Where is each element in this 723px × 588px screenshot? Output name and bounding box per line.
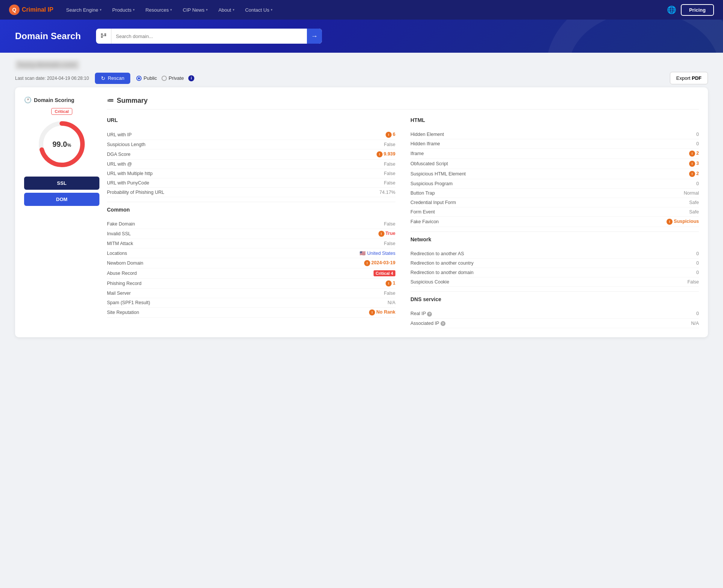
row-phishing-prob: Probability of Phishing URL 74.17%	[107, 188, 395, 197]
row-fake-favicon: Fake Favicon !Suspicious	[410, 217, 699, 227]
content: fuzzy.domain.com Last scan date: 2024-04…	[0, 53, 723, 345]
logo-text: Criminal IP	[22, 6, 53, 13]
chevron-down-icon: ▾	[100, 8, 102, 12]
row-url-punycode: URL with PunyCode False	[107, 178, 395, 188]
nav-search-engine[interactable]: Search Engine ▾	[61, 0, 107, 20]
warning-icon: !	[667, 219, 673, 225]
nav-right: 🌐 Pricing	[667, 4, 714, 16]
nav-cip-news[interactable]: CIP News ▾	[177, 0, 213, 20]
row-url-at: URL with @ False	[107, 160, 395, 169]
row-phishing-record: Phishing Record !1	[107, 279, 395, 289]
warning-icon: !	[689, 161, 695, 167]
logo[interactable]: Q Criminal IP	[9, 5, 53, 15]
row-real-ip: Real IP ? 0	[410, 309, 699, 319]
dns-section-label: DNS service	[410, 296, 699, 305]
chevron-down-icon: ▾	[133, 8, 135, 12]
nav-items: Search Engine ▾ Products ▾ Resources ▾ C…	[61, 0, 667, 20]
radio-public[interactable]: Public	[136, 75, 157, 81]
svg-rect-1	[101, 35, 104, 35]
globe-icon[interactable]: 🌐	[667, 5, 676, 14]
row-invalid-ssl: Invalid SSL !True	[107, 229, 395, 239]
svg-rect-4	[101, 37, 103, 38]
rescan-button[interactable]: ↻ Rescan	[95, 73, 130, 84]
svg-rect-2	[101, 36, 104, 36]
last-scan-date: Last scan date: 2024-04-19 06:28:10	[15, 76, 89, 81]
summary-columns: URL URL with IP !6 Suspicious Length Fal…	[107, 117, 699, 328]
nav-resources[interactable]: Resources ▾	[140, 0, 177, 20]
row-iframe: Iframe !2	[410, 149, 699, 159]
scoring-title: 🕐 Domain Scoring	[24, 96, 99, 104]
warning-icon: !	[689, 171, 695, 177]
row-mitm: MITM Attack False	[107, 239, 395, 248]
logo-icon: Q	[9, 5, 20, 15]
row-button-trap: Button Trap Normal	[410, 189, 699, 198]
navbar: Q Criminal IP Search Engine ▾ Products ▾…	[0, 0, 723, 20]
pricing-button[interactable]: Pricing	[681, 4, 714, 16]
row-redir-country: Redirection to another country 0	[410, 259, 699, 268]
nav-contact-us[interactable]: Contact Us ▾	[240, 0, 278, 20]
page-title: Domain Search	[15, 31, 81, 41]
row-url-with-ip: URL with IP !6	[107, 130, 395, 140]
row-obfuscated-script: Obfuscated Script !3	[410, 159, 699, 169]
gauge-chart: 99.0%	[35, 118, 88, 171]
chevron-down-icon: ▾	[170, 8, 172, 12]
row-site-reputation: Site Reputation !No Rank	[107, 308, 395, 318]
associated-ip-help-icon[interactable]: ?	[441, 321, 445, 326]
warning-icon: !	[386, 280, 392, 286]
row-suspicious-program: Suspicious Program 0	[410, 179, 699, 189]
visibility-radio-group: Public Private i	[136, 75, 194, 81]
dom-button[interactable]: DOM	[24, 193, 99, 206]
critical-value: Critical 4	[374, 270, 395, 276]
svg-rect-3	[104, 34, 106, 35]
ssl-button[interactable]: SSL	[24, 177, 99, 190]
row-locations: Locations 🇺🇸 United States	[107, 248, 395, 258]
nav-products[interactable]: Products ▾	[107, 0, 140, 20]
export-pdf-button[interactable]: Export PDF	[670, 72, 708, 84]
warning-icon: !	[377, 151, 383, 157]
search-submit-button[interactable]: →	[307, 29, 322, 44]
real-ip-help-icon[interactable]: ?	[427, 312, 432, 317]
row-credential-input: Credential Input Form Safe	[410, 198, 699, 207]
nav-about[interactable]: About ▾	[213, 0, 240, 20]
warning-icon: !	[689, 151, 695, 157]
left-panel: 🕐 Domain Scoring Critical 99.0% SSL DOM	[24, 96, 99, 328]
row-associated-ip: Associated IP ? N/A	[410, 319, 699, 329]
gauge-value: 99.0%	[52, 140, 71, 149]
common-section-label: Common	[107, 207, 395, 215]
warning-icon: !	[369, 309, 375, 315]
radio-dot-private	[162, 76, 167, 81]
row-hidden-element: Hidden Element 0	[410, 130, 699, 139]
warning-icon: !	[378, 231, 384, 237]
row-newborn-domain: Newborn Domain !2024-03-19	[107, 258, 395, 268]
row-abuse-record: Abuse Record Critical 4	[107, 268, 395, 279]
domain-info: fuzzy.domain.com Last scan date: 2024-04…	[15, 60, 708, 84]
row-form-event: Form Event Safe	[410, 207, 699, 217]
row-spam: Spam (SPF1 Result) N/A	[107, 298, 395, 308]
row-redir-as: Redirection to another AS 0	[410, 249, 699, 259]
network-section-label: Network	[410, 236, 699, 245]
search-icon	[96, 29, 111, 44]
critical-badge: Critical	[51, 108, 72, 115]
svg-rect-0	[101, 34, 103, 35]
row-url-multiple-http: URL with Multiple http False	[107, 169, 395, 178]
radio-dot-public	[136, 76, 142, 81]
info-icon[interactable]: i	[188, 75, 194, 81]
row-hidden-iframe: Hidden Iframe 0	[410, 139, 699, 149]
row-redir-domain: Redirection to another domain 0	[410, 268, 699, 277]
svg-rect-5	[104, 35, 106, 36]
search-input[interactable]	[111, 34, 307, 39]
summary-icon: ≔	[107, 96, 114, 105]
summary-right-col: HTML Hidden Element 0 Hidden Iframe 0 If…	[410, 117, 699, 328]
row-suspicious-cookie: Suspicious Cookie False	[410, 277, 699, 287]
summary-header: ≔ Summary	[107, 96, 699, 110]
row-fake-domain: Fake Domain False	[107, 219, 395, 229]
row-mail-server: Mail Server False	[107, 289, 395, 298]
row-suspicious-length: Suspicious Length False	[107, 140, 395, 149]
radio-private[interactable]: Private	[162, 75, 184, 81]
warning-icon: !	[386, 132, 392, 138]
chevron-down-icon: ▾	[271, 8, 273, 12]
right-panel: ≔ Summary URL URL with IP !6 Suspicious …	[107, 96, 699, 328]
rescan-icon: ↻	[101, 75, 105, 81]
search-bar: →	[96, 29, 322, 44]
warning-icon: !	[364, 260, 370, 266]
